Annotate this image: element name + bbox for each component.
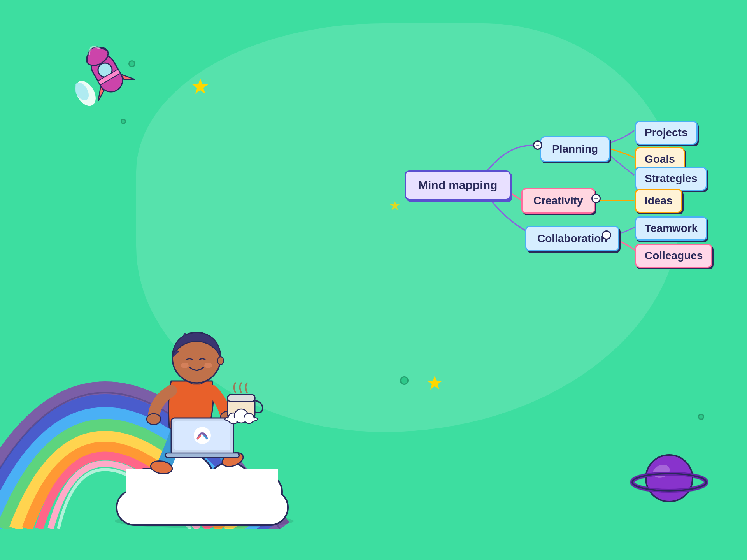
planning-connector[interactable]: −: [533, 140, 542, 150]
star-decoration-3: ★: [426, 373, 444, 393]
rocket-illustration: [62, 31, 148, 109]
svg-rect-29: [228, 395, 255, 402]
dot-2: [121, 119, 126, 124]
collaboration-connector[interactable]: −: [602, 230, 611, 240]
creativity-node[interactable]: Creativity: [521, 188, 595, 214]
svg-rect-22: [165, 453, 239, 458]
svg-point-21: [194, 427, 211, 444]
svg-rect-34: [228, 418, 254, 421]
svg-point-36: [646, 455, 693, 502]
svg-point-26: [204, 363, 212, 368]
dot-3: [400, 376, 409, 385]
svg-point-25: [181, 363, 189, 368]
star-decoration-1: ★: [191, 76, 210, 97]
colleagues-node[interactable]: Colleagues: [635, 244, 712, 268]
svg-point-17: [147, 414, 161, 425]
mindmap-container: Mind mapping − Planning Projects Goals S…: [358, 62, 708, 304]
mindmap-center-node[interactable]: Mind mapping: [405, 170, 511, 200]
projects-node[interactable]: Projects: [635, 121, 698, 145]
planet-illustration: [630, 443, 708, 513]
creativity-connector[interactable]: −: [591, 194, 601, 203]
planning-node[interactable]: Planning: [540, 136, 610, 162]
strategies-node[interactable]: Strategies: [635, 167, 707, 191]
svg-point-27: [217, 357, 224, 365]
coffee-illustration: [218, 381, 265, 435]
teamwork-node[interactable]: Teamwork: [635, 216, 707, 241]
ideas-node[interactable]: Ideas: [635, 189, 682, 213]
dot-4: [698, 414, 704, 420]
